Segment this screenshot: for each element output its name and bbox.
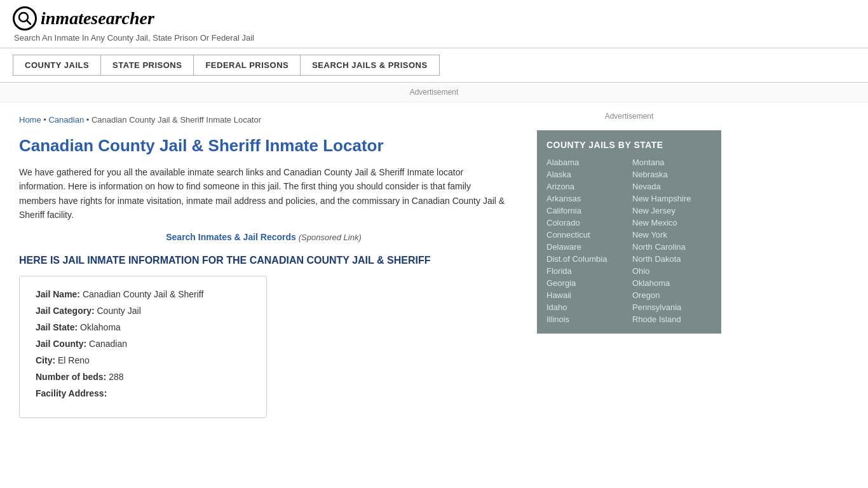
content-area: Home • Canadian • Canadian County Jail &… — [0, 102, 527, 431]
jail-state-value: Oklahoma — [80, 322, 121, 332]
jail-county-value: Canadian — [89, 339, 127, 349]
intro-text: We have gathered for you all the availab… — [19, 165, 508, 222]
nav-county-jails[interactable]: COUNTY JAILS — [13, 55, 100, 76]
jail-category-label: Jail Category: — [36, 306, 95, 316]
sponsored-text: (Sponsored Link) — [299, 233, 362, 242]
page-title: Canadian County Jail & Sheriff Inmate Lo… — [19, 136, 508, 156]
jail-city-row: City: El Reno — [36, 355, 250, 365]
logo-area: inmatesearcher — [13, 6, 855, 30]
jail-city-value: El Reno — [58, 355, 90, 365]
jail-county-row: Jail County: Canadian — [36, 339, 250, 349]
state-link[interactable]: Arkansas — [546, 194, 626, 203]
state-link[interactable]: North Carolina — [632, 242, 712, 252]
jail-name-row: Jail Name: Canadian County Jail & Sherif… — [36, 289, 250, 299]
state-link[interactable]: Montana — [632, 158, 712, 167]
jail-category-value: County Jail — [97, 306, 140, 316]
state-link[interactable]: Pennsylvania — [632, 302, 712, 312]
states-grid: AlabamaMontanaAlaskaNebraskaArizonaNevad… — [546, 158, 712, 324]
state-link[interactable]: North Dakota — [632, 254, 712, 264]
sidebar-ad: Advertisement — [537, 109, 721, 130]
state-link[interactable]: Oregon — [632, 290, 712, 300]
header: inmatesearcher Search An Inmate In Any C… — [0, 0, 868, 48]
state-link[interactable]: Rhode Island — [632, 315, 712, 324]
jail-beds-label: Number of beds: — [36, 372, 106, 382]
tagline: Search An Inmate In Any County Jail, Sta… — [14, 33, 855, 43]
jail-state-row: Jail State: Oklahoma — [36, 322, 250, 332]
state-link[interactable]: Nevada — [632, 182, 712, 191]
ad-bar: Advertisement — [0, 83, 868, 102]
jail-name-label: Jail Name: — [36, 289, 80, 299]
state-link[interactable]: Connecticut — [546, 230, 626, 240]
search-link-container: Search Inmates & Jail Records (Sponsored… — [19, 232, 508, 242]
state-link[interactable]: Arizona — [546, 182, 626, 191]
state-link[interactable]: Georgia — [546, 278, 626, 288]
logo-text: inmatesearcher — [41, 8, 154, 29]
state-link[interactable]: New Jersey — [632, 206, 712, 215]
state-link[interactable]: Delaware — [546, 242, 626, 252]
jail-state-label: Jail State: — [36, 322, 78, 332]
nav-federal-prisons[interactable]: FEDERAL PRISONS — [193, 55, 300, 76]
jail-beds-row: Number of beds: 288 — [36, 372, 250, 382]
state-link[interactable]: Dist.of Columbia — [546, 254, 626, 264]
nav-bar: COUNTY JAILS STATE PRISONS FEDERAL PRISO… — [0, 48, 868, 83]
jail-address-row: Facility Address: — [36, 388, 250, 398]
breadcrumb-sep2: • — [84, 115, 92, 125]
state-link[interactable]: New Hampshire — [632, 194, 712, 203]
jail-county-label: Jail County: — [36, 339, 86, 349]
breadcrumb: Home • Canadian • Canadian County Jail &… — [19, 115, 508, 125]
state-link[interactable]: Hawaii — [546, 290, 626, 300]
search-inmates-link[interactable]: Search Inmates & Jail Records — [166, 232, 296, 242]
state-link[interactable]: Ohio — [632, 266, 712, 276]
state-link[interactable]: Colorado — [546, 218, 626, 227]
info-card: Jail Name: Canadian County Jail & Sherif… — [19, 276, 267, 418]
logo-icon — [13, 6, 37, 30]
county-jails-box: COUNTY JAILS BY STATE AlabamaMontanaAlas… — [537, 130, 721, 334]
state-link[interactable]: Nebraska — [632, 170, 712, 179]
jail-category-row: Jail Category: County Jail — [36, 306, 250, 316]
county-jails-title: COUNTY JAILS BY STATE — [546, 140, 712, 150]
state-link[interactable]: Florida — [546, 266, 626, 276]
breadcrumb-sep1: • — [41, 115, 49, 125]
nav-search-jails[interactable]: SEARCH JAILS & PRISONS — [300, 55, 439, 76]
state-link[interactable]: California — [546, 206, 626, 215]
state-link[interactable]: New York — [632, 230, 712, 240]
svg-line-1 — [27, 20, 31, 24]
breadcrumb-canadian[interactable]: Canadian — [48, 115, 84, 125]
jail-address-label: Facility Address: — [36, 388, 107, 398]
sidebar: Advertisement COUNTY JAILS BY STATE Alab… — [527, 102, 731, 431]
breadcrumb-current: Canadian County Jail & Sheriff Inmate Lo… — [92, 115, 261, 125]
state-link[interactable]: New Mexico — [632, 218, 712, 227]
state-link[interactable]: Alaska — [546, 170, 626, 179]
state-link[interactable]: Idaho — [546, 302, 626, 312]
breadcrumb-home[interactable]: Home — [19, 115, 41, 125]
state-link[interactable]: Illinois — [546, 315, 626, 324]
jail-beds-value: 288 — [109, 372, 123, 382]
section-heading: HERE IS JAIL INMATE INFORMATION FOR THE … — [19, 255, 508, 266]
jail-name-value: Canadian County Jail & Sheriff — [83, 289, 203, 299]
jail-city-label: City: — [36, 355, 55, 365]
state-link[interactable]: Oklahoma — [632, 278, 712, 288]
nav-state-prisons[interactable]: STATE PRISONS — [100, 55, 193, 76]
main-layout: Home • Canadian • Canadian County Jail &… — [0, 102, 868, 431]
state-link[interactable]: Alabama — [546, 158, 626, 167]
